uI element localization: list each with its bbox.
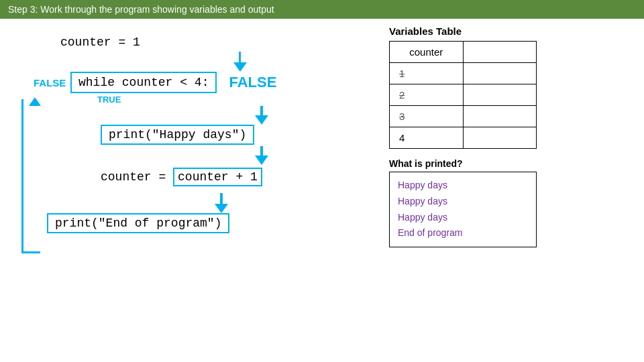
var-table-cell-value: 4: [390, 127, 464, 149]
arrow-after-assign: [117, 52, 362, 72]
loop-up-arrow: [29, 97, 41, 106]
counter-update: counter = counter + 1: [101, 170, 362, 184]
arrow-to-update: [161, 146, 362, 165]
flowchart-panel: counter = 1 FALSE while counter < 4: FAL…: [0, 19, 376, 359]
header-text: Step 3: Work through the program showing…: [8, 4, 274, 15]
right-panel: Variables Table counter 1234 What is pri…: [376, 19, 644, 359]
print-happy-box: print("Happy days"): [101, 125, 254, 145]
end-print-box: print("End of program"): [47, 213, 229, 233]
output-title: What is printed?: [389, 158, 631, 169]
true-label: TRUE: [97, 95, 362, 105]
variables-table: counter 1234: [389, 41, 537, 149]
counter-equals: =: [158, 170, 173, 184]
false-label-right: FALSE: [229, 74, 276, 91]
var-table-row: 1: [390, 63, 537, 84]
output-box: Happy daysHappy daysHappy daysEnd of pro…: [389, 172, 537, 247]
variables-table-title: Variables Table: [389, 25, 631, 37]
end-print-block: print("End of program"): [47, 213, 362, 233]
var-table-cell-empty: [463, 127, 537, 149]
counter-assign: counter = 1: [60, 36, 362, 49]
var-table-cell-value: 3: [390, 106, 464, 127]
var-table-row: 3: [390, 106, 537, 127]
false-label-left: FALSE: [34, 77, 70, 88]
var-table-header-empty: [463, 42, 537, 63]
print-happy-text: print("Happy days"): [109, 128, 246, 141]
end-print-text: print("End of program"): [55, 217, 221, 230]
var-table-cell-value: 1: [390, 63, 464, 84]
var-table-cell-empty: [463, 63, 537, 84]
counter-update-right: counter + 1: [173, 168, 262, 186]
output-line: Happy days: [398, 194, 528, 210]
while-condition-box: while counter < 4:: [70, 72, 217, 93]
counter-assign-text: counter = 1: [60, 36, 140, 49]
output-line: Happy days: [398, 178, 528, 194]
loop-connector: [21, 99, 40, 253]
output-line: Happy days: [398, 210, 528, 226]
counter-update-left: counter: [101, 170, 152, 184]
output-line: End of program: [398, 225, 528, 241]
while-condition-text: while counter < 4:: [78, 76, 209, 89]
header-bar: Step 3: Work through the program showing…: [0, 0, 644, 19]
var-table-cell-value: 2: [390, 84, 464, 106]
var-table-header: counter: [390, 42, 464, 63]
print-happy-block: print("Happy days"): [101, 125, 362, 145]
var-table-cell-empty: [463, 84, 537, 106]
var-table-row: 2: [390, 84, 537, 106]
var-table-row: 4: [390, 127, 537, 149]
arrow-to-print: [161, 106, 362, 125]
while-row: FALSE while counter < 4: FALSE: [34, 72, 362, 93]
arrow-to-end: [80, 193, 362, 213]
var-table-cell-empty: [463, 106, 537, 127]
